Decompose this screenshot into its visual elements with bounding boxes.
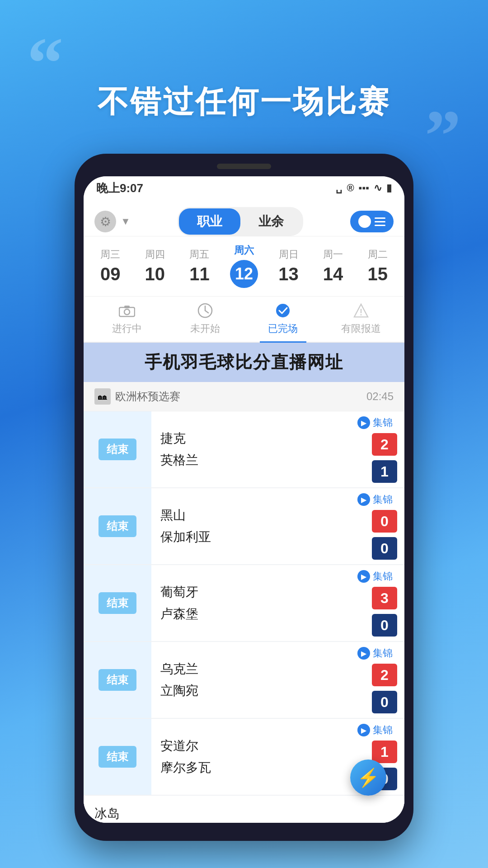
highlight-btn-1[interactable]: ▶ 集锦	[357, 416, 393, 429]
weekday-13: 周日	[279, 248, 299, 261]
match-status-badge-1: 结束	[99, 439, 136, 460]
header-left: ⚙ ▼	[94, 211, 131, 232]
match-list: 结束 捷克 英格兰 ▶ 集锦 2 1	[84, 411, 404, 823]
match-right-col-1: ▶ 集锦 2 1	[357, 411, 404, 487]
score2-badge-3: 0	[372, 614, 397, 637]
play-icon-5: ▶	[357, 724, 370, 736]
competition-info: 🏘 欧洲杯预选赛	[94, 388, 180, 405]
match-teams-col-5: 安道尔 摩尔多瓦	[151, 719, 357, 795]
competition-time: 02:45	[366, 390, 394, 403]
filter-not-started[interactable]: 未开始	[166, 297, 244, 342]
day-12: 12	[230, 260, 258, 288]
day-14: 14	[323, 264, 343, 284]
filter-finished[interactable]: 已完场	[244, 297, 322, 342]
date-item-15[interactable]: 周二 15	[360, 248, 396, 284]
scores-1: 2 1	[372, 433, 397, 483]
highlight-label-3: 集锦	[373, 570, 393, 583]
gear-icon[interactable]: ⚙	[94, 211, 116, 232]
date-item-12-selected[interactable]: 周六 12	[226, 244, 262, 288]
tab-group: 职业 业余	[178, 207, 303, 236]
registered-icon: ®	[347, 182, 354, 194]
score1-badge-1: 2	[372, 433, 397, 456]
svg-point-6	[276, 304, 290, 317]
highlight-row-3[interactable]: ▶ 集锦	[357, 570, 397, 583]
match-row[interactable]: 结束 葡萄牙 卢森堡 ▶ 集锦 3 0	[84, 565, 404, 641]
play-icon-2: ▶	[357, 493, 370, 506]
match-teams-col-3: 葡萄牙 卢森堡	[151, 565, 357, 641]
highlight-btn-5[interactable]: ▶ 集锦	[357, 723, 393, 737]
team2-name-3: 卢森堡	[160, 605, 348, 623]
highlight-row-1[interactable]: ▶ 集锦	[357, 416, 397, 429]
team2-name-5: 摩尔多瓦	[160, 759, 348, 776]
match-status-badge-4: 结束	[99, 669, 136, 691]
filter-limited[interactable]: 有限报道	[322, 297, 400, 342]
match-row[interactable]: 结束 捷克 英格兰 ▶ 集锦 2 1	[84, 411, 404, 487]
competition-name: 欧洲杯预选赛	[115, 389, 180, 404]
match-status-badge-2: 结束	[99, 515, 136, 537]
partial-team-name: 冰岛	[94, 805, 120, 822]
competition-icon: 🏘	[94, 388, 111, 405]
match-status-col-4: 结束	[84, 642, 151, 718]
play-icon-4: ▶	[357, 647, 370, 660]
highlight-label-5: 集锦	[373, 723, 393, 737]
scores-2: 0 0	[372, 510, 397, 560]
date-item-10[interactable]: 周四 10	[137, 248, 173, 284]
highlight-label-2: 集锦	[373, 493, 393, 506]
svg-point-1	[124, 309, 130, 315]
filter-in-progress[interactable]: 进行中	[88, 297, 166, 342]
clock-icon	[196, 303, 214, 318]
highlight-row-5[interactable]: ▶ 集锦	[357, 723, 397, 737]
play-icon-1: ▶	[357, 416, 370, 429]
team2-name-1: 英格兰	[160, 452, 348, 469]
lightning-fab-button[interactable]: ⚡	[350, 760, 386, 796]
weekday-14: 周一	[323, 248, 343, 261]
tab-professional[interactable]: 职业	[179, 208, 240, 235]
match-row[interactable]: 结束 黑山 保加利亚 ▶ 集锦 0 0	[84, 488, 404, 564]
day-13: 13	[278, 264, 299, 284]
status-time: 晚上9:07	[96, 180, 143, 196]
date-item-11[interactable]: 周五 11	[181, 248, 217, 284]
highlight-label-4: 集锦	[373, 646, 393, 660]
weekday-11: 周五	[189, 248, 209, 261]
tab-amateur[interactable]: 业余	[240, 208, 302, 235]
date-item-13[interactable]: 周日 13	[271, 248, 307, 284]
match-status-badge-5: 结束	[99, 746, 136, 768]
scores-4: 2 0	[372, 664, 397, 713]
match-status-col-5: 结束	[84, 719, 151, 795]
date-item-14[interactable]: 周一 14	[315, 248, 351, 284]
toggle-circle	[358, 215, 371, 228]
match-row[interactable]: 结束 乌克兰 立陶宛 ▶ 集锦 2 0	[84, 642, 404, 718]
status-bar: 晚上9:07 ␣ ® ▪▪▪ ∿ ▮	[84, 176, 404, 200]
phone-frame: 晚上9:07 ␣ ® ▪▪▪ ∿ ▮ ⚙ ▼ 职业 业余	[75, 154, 413, 841]
day-11: 11	[189, 264, 210, 284]
filter-limited-label: 有限报道	[341, 322, 381, 335]
signal-icon: ▪▪▪	[359, 182, 369, 194]
play-icon-3: ▶	[357, 570, 370, 583]
match-teams-col-1: 捷克 英格兰	[151, 411, 357, 487]
highlight-btn-2[interactable]: ▶ 集锦	[357, 493, 393, 506]
filter-finished-label: 已完场	[268, 322, 298, 335]
match-teams-col-2: 黑山 保加利亚	[151, 488, 357, 564]
match-right-col-4: ▶ 集锦 2 0	[357, 642, 404, 718]
partial-match-row[interactable]: 冰岛	[84, 796, 404, 823]
wifi-icon: ∿	[374, 182, 382, 194]
highlight-btn-3[interactable]: ▶ 集锦	[357, 570, 393, 583]
dropdown-arrow-icon[interactable]: ▼	[121, 216, 131, 227]
highlight-btn-4[interactable]: ▶ 集锦	[357, 646, 393, 660]
highlight-row-4[interactable]: ▶ 集锦	[357, 646, 397, 660]
weekday-10: 周四	[145, 248, 165, 261]
team1-name-1: 捷克	[160, 430, 348, 447]
match-right-col-3: ▶ 集锦 3 0	[357, 565, 404, 641]
warning-icon	[352, 303, 370, 318]
toggle-button[interactable]	[350, 211, 394, 232]
filter-not-started-label: 未开始	[190, 322, 220, 335]
weekday-09: 周三	[100, 248, 120, 261]
highlight-row-2[interactable]: ▶ 集锦	[357, 493, 397, 506]
score1-badge-3: 3	[372, 587, 397, 609]
weekday-15: 周二	[368, 248, 388, 261]
app-header: ⚙ ▼ 职业 业余	[84, 200, 404, 236]
lightning-icon: ⚡	[357, 767, 380, 788]
match-status-col-1: 结束	[84, 411, 151, 487]
date-item-09[interactable]: 周三 09	[92, 248, 128, 284]
score2-badge-4: 0	[372, 691, 397, 713]
